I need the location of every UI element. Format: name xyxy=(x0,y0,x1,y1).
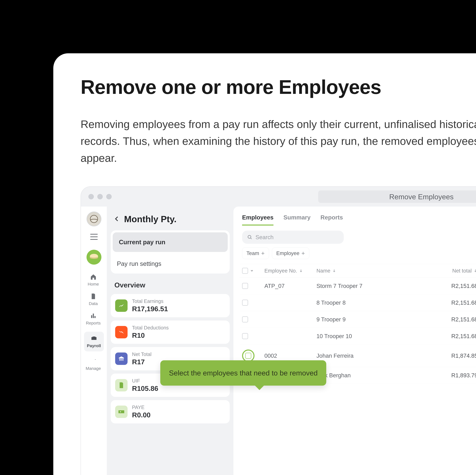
cell-name: 8 Trooper 8 xyxy=(316,299,425,306)
plus-icon: + xyxy=(302,250,305,257)
table-row[interactable]: 8 Trooper 8R2,151.68 xyxy=(240,294,476,311)
user-avatar[interactable] xyxy=(86,250,102,264)
row-checkbox[interactable] xyxy=(242,350,255,362)
sidebar-nav-item[interactable]: Pay run settings xyxy=(111,254,230,274)
column-net-total[interactable]: Net total xyxy=(425,268,476,274)
stat-value: R0.00 xyxy=(132,411,151,419)
data-icon xyxy=(90,293,97,300)
cell-name: Rick Berghan xyxy=(316,372,425,379)
menu-toggle-icon[interactable] xyxy=(90,234,98,240)
instruction-tooltip: Select the employees that need to be rem… xyxy=(160,360,326,386)
select-all-checkbox[interactable] xyxy=(242,268,264,274)
stat-label: PAYE xyxy=(132,405,151,410)
filter-chip-employee[interactable]: Employee+ xyxy=(272,247,309,259)
cell-employee-no: ATP_07 xyxy=(264,282,316,289)
manage-icon xyxy=(90,358,97,365)
rail-item-data[interactable]: Data xyxy=(84,293,103,306)
cell-name: 10 Trooper 10 xyxy=(316,333,425,339)
bank-icon xyxy=(115,352,128,365)
search-placeholder: Search xyxy=(255,234,273,241)
stat-card[interactable]: Total DeductionsR10 xyxy=(111,320,230,344)
rail-item-label: Reports xyxy=(86,321,101,325)
stat-label: Total Earnings xyxy=(132,299,168,304)
article-card: Remove one or more Employees Removing em… xyxy=(53,53,476,475)
chip-label: Employee xyxy=(276,250,300,256)
rail-item-label: Data xyxy=(89,301,98,306)
chevron-down-icon[interactable] xyxy=(250,268,254,274)
row-checkbox[interactable] xyxy=(242,317,248,322)
table-row[interactable]: 9 Trooper 9R2,151.68 xyxy=(240,311,476,328)
cell-net-total: R2,151.68 xyxy=(425,333,476,339)
traffic-light-zoom[interactable] xyxy=(106,194,112,199)
titlebar-action-label: Remove Employees xyxy=(389,193,454,201)
article-title: Remove one or more Employees xyxy=(81,76,476,98)
cell-net-total: R2,151.68 xyxy=(425,282,476,289)
table-row[interactable]: ATP_07Storm 7 Trooper 7R2,151.68 xyxy=(240,278,476,294)
main-panel: EmployeesSummaryReports Search Team+Empl… xyxy=(233,207,476,475)
column-employee-no[interactable]: Employee No. xyxy=(264,268,316,274)
cell-net-total: R1,893.79 xyxy=(425,372,476,379)
cell-name: Johan Ferreira xyxy=(316,352,425,359)
app-body: HomeDataReportsPayrollManage Monthly Pty… xyxy=(81,207,476,475)
article-body: Removing employees from a pay run affect… xyxy=(81,116,476,167)
trend-up-icon xyxy=(115,299,128,312)
rail-item-reports[interactable]: Reports xyxy=(84,312,103,325)
rail-item-payroll[interactable]: Payroll xyxy=(84,332,104,352)
search-icon xyxy=(247,234,253,240)
cell-net-total: R2,151.68 xyxy=(425,316,476,323)
stat-card[interactable]: PAYER0.00 xyxy=(111,400,230,423)
rail-item-label: Home xyxy=(88,282,99,286)
cell-name: 9 Trooper 9 xyxy=(316,316,425,323)
tab-summary[interactable]: Summary xyxy=(283,211,310,226)
tab-bar: EmployeesSummaryReports xyxy=(240,211,476,226)
payroll-icon xyxy=(90,335,98,342)
sort-down-icon xyxy=(299,269,303,273)
table-row[interactable]: 10 Trooper 10R2,151.68 xyxy=(240,328,476,345)
file-icon xyxy=(115,379,128,391)
brand-logo[interactable] xyxy=(86,211,102,226)
plus-icon: + xyxy=(261,250,265,257)
tab-reports[interactable]: Reports xyxy=(321,211,343,226)
stat-label: UIF xyxy=(132,378,158,384)
tab-employees[interactable]: Employees xyxy=(242,211,273,226)
reports-icon xyxy=(90,312,97,319)
home-icon xyxy=(90,273,97,281)
sort-down-icon xyxy=(332,269,336,273)
rail-item-label: Manage xyxy=(86,366,101,371)
stat-label: Total Deductions xyxy=(132,325,169,331)
sidebar-panel: Monthly Pty. Current pay runPay run sett… xyxy=(107,207,233,475)
table-header: Employee No. Name Net total xyxy=(240,264,476,278)
cash-icon xyxy=(115,405,128,418)
filter-chip-team[interactable]: Team+ xyxy=(242,247,269,259)
sidebar-title: Monthly Pty. xyxy=(124,214,176,224)
overview-heading: Overview xyxy=(111,274,230,294)
back-arrow-icon[interactable] xyxy=(113,215,120,223)
traffic-light-close[interactable] xyxy=(88,194,94,199)
traffic-light-minimize[interactable] xyxy=(97,194,103,199)
traffic-lights[interactable] xyxy=(88,194,112,199)
stat-value: R17,196.51 xyxy=(132,305,168,313)
sort-down-icon xyxy=(473,269,476,273)
filter-chips: Team+Employee+ xyxy=(240,247,476,264)
nav-rail: HomeDataReportsPayrollManage xyxy=(81,207,107,475)
stat-value: R105.86 xyxy=(132,384,158,392)
sidebar-nav-item[interactable]: Current pay run xyxy=(113,232,228,252)
titlebar-action-pill[interactable]: Remove Employees xyxy=(318,191,476,203)
search-input[interactable]: Search xyxy=(242,231,344,244)
row-checkbox[interactable] xyxy=(242,300,248,306)
row-checkbox[interactable] xyxy=(242,283,248,289)
row-checkbox[interactable] xyxy=(242,333,248,339)
column-name[interactable]: Name xyxy=(316,268,425,274)
trend-down-icon xyxy=(115,326,128,338)
stat-card[interactable]: Total EarningsR17,196.51 xyxy=(111,294,230,317)
window-titlebar: Remove Employees xyxy=(81,187,476,207)
app-window: Remove Employees HomeDataReportsPayrollM… xyxy=(81,186,476,475)
cell-employee-no: 0002 xyxy=(264,352,316,359)
rail-item-label: Payroll xyxy=(87,343,101,348)
stat-label: Net Total xyxy=(132,352,152,357)
rail-item-manage[interactable]: Manage xyxy=(84,358,103,371)
cell-net-total: R1,874.85 xyxy=(425,352,476,359)
svg-point-2 xyxy=(248,235,251,238)
sidebar-nav: Current pay runPay run settings xyxy=(111,230,230,274)
rail-item-home[interactable]: Home xyxy=(84,273,103,286)
